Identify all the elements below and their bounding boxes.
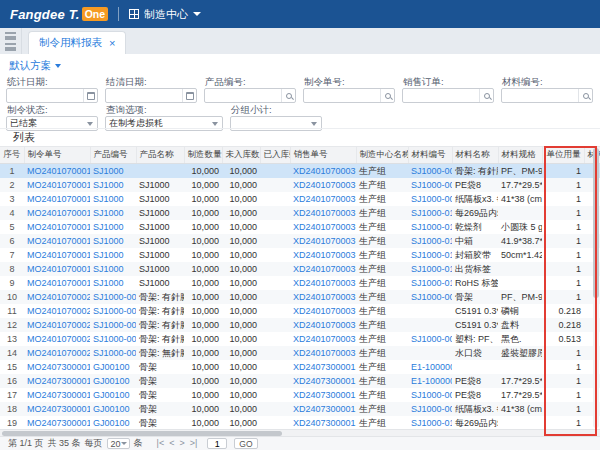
table-row[interactable]: 11MO2401070002SJ1000-001骨架: 有針腳10,00010,… (0, 304, 600, 318)
column-header[interactable]: 产品编号 (90, 147, 136, 164)
cell[interactable]: SJ1000-001 (90, 304, 136, 318)
cell[interactable]: GJ00100 (90, 416, 136, 429)
cell[interactable]: SJ1000 (90, 164, 136, 179)
calendar-icon[interactable] (83, 89, 97, 102)
cell[interactable]: SJ1000-001 (90, 318, 136, 332)
search-icon[interactable] (281, 89, 295, 102)
cell[interactable]: E1-1000000... (408, 374, 452, 388)
search-icon[interactable] (578, 89, 592, 102)
cell[interactable]: SJ1000-003 (408, 388, 452, 402)
cell[interactable]: XD2401070003 (290, 262, 356, 276)
table-row[interactable]: 4MO2401070001SJ1000SJ100010,00010,000XD2… (0, 206, 600, 220)
column-header[interactable]: 材料名称 (452, 147, 498, 164)
table-row[interactable]: 10MO2401070002SJ1000-001骨架: 有針腳10,00010,… (0, 290, 600, 304)
table-row[interactable]: 17MO2407300001GJ00100骨架10,00010,000XD240… (0, 388, 600, 402)
table-row[interactable]: 6MO2401070001SJ1000SJ100010,00010,000XD2… (0, 234, 600, 248)
cell[interactable]: MO2407300001 (24, 388, 90, 402)
cell[interactable]: SJ1000 (90, 234, 136, 248)
cell[interactable]: XD2401070003 (290, 206, 356, 220)
tab-material-report[interactable]: 制令用料报表 × (28, 31, 126, 54)
cell[interactable]: SJ1000 (90, 206, 136, 220)
module-menu[interactable]: 制造中心 (144, 7, 201, 22)
cell[interactable]: MO2407300001 (24, 360, 90, 374)
column-header[interactable]: 制造中心名称 (356, 147, 408, 164)
table-row[interactable]: 8MO2401070001SJ1000SJ100010,00010,000XD2… (0, 262, 600, 276)
cell[interactable]: XD2407300001 (290, 360, 356, 374)
cell[interactable]: SJ1000-014 (408, 262, 452, 276)
cell[interactable]: SJ1000-013 (408, 248, 452, 262)
cell[interactable]: GJ00100 (90, 360, 136, 374)
cell[interactable]: XD2401070003 (290, 220, 356, 234)
go-button[interactable]: GO (234, 438, 257, 449)
table-row[interactable]: 2MO2401070001SJ1000SJ100010,00010,000XD2… (0, 178, 600, 192)
cell[interactable]: XD2401070003 (290, 178, 356, 192)
page-number-input[interactable] (207, 438, 227, 449)
cell[interactable]: MO2401070001 (24, 220, 90, 234)
column-header[interactable]: 材料编号 (408, 147, 452, 164)
cell[interactable]: SJ1000 (90, 276, 136, 290)
table-row[interactable]: 1MO2401070001SJ100010,00010,000XD2401070… (0, 164, 600, 179)
cell[interactable]: E1-1000000... (408, 360, 452, 374)
cell[interactable]: SJ1000-001 (90, 290, 136, 304)
table-row[interactable]: 5MO2401070001SJ1000SJ100010,00010,000XD2… (0, 220, 600, 234)
cell[interactable]: SJ1000-001 (90, 332, 136, 346)
column-header[interactable]: 未入库数 (222, 147, 260, 164)
cell[interactable]: MO2401070001 (24, 206, 90, 220)
cell[interactable]: SJ1000-011 (408, 220, 452, 234)
cell[interactable]: XD2401070003 (290, 234, 356, 248)
column-header[interactable]: 产品名称 (136, 147, 184, 164)
cell[interactable]: SJ1000 (90, 262, 136, 276)
cell[interactable]: XD2401070003 (290, 346, 356, 360)
cell[interactable]: XD2401070003 (290, 276, 356, 290)
cell[interactable]: XD2407300001 (290, 402, 356, 416)
cell[interactable]: XD2401070003 (290, 332, 356, 346)
cell[interactable]: MO2407300001 (24, 374, 90, 388)
cell[interactable]: SJ1000 (90, 220, 136, 234)
calendar-icon[interactable] (182, 89, 196, 102)
table-row[interactable]: 13MO2401070002SJ1000-001骨架: 有針腳10,00010,… (0, 332, 600, 346)
cell[interactable]: SJ1000 (90, 248, 136, 262)
search-icon[interactable] (479, 89, 493, 102)
cell[interactable]: XD2401070003 (290, 164, 356, 179)
cell[interactable]: MO2401070001 (24, 234, 90, 248)
table-row[interactable]: 14MO2401070002SJ1000-002骨架: 無針腳10,00010,… (0, 346, 600, 360)
cell[interactable]: SJ1000-003 (408, 178, 452, 192)
cell[interactable]: XD2401070003 (290, 192, 356, 206)
cell[interactable]: MO2401070001 (24, 192, 90, 206)
cell[interactable]: MO2401070002 (24, 304, 90, 318)
cell[interactable]: MO2401070002 (24, 318, 90, 332)
cell[interactable]: MO2401070001 (24, 248, 90, 262)
column-header[interactable]: 序号 (0, 147, 24, 164)
next-page-icon[interactable]: > (179, 438, 184, 449)
cell[interactable]: MO2401070002 (24, 332, 90, 346)
table-row[interactable]: 18MO2407300001GJ00100骨架10,00010,000XD240… (0, 402, 600, 416)
search-icon[interactable] (380, 89, 394, 102)
vertical-scrollbar[interactable] (593, 147, 599, 428)
cell[interactable]: SJ1000-001 (408, 164, 452, 179)
apps-grid-icon[interactable] (129, 9, 139, 19)
cell[interactable]: SJ1000-002 (90, 346, 136, 360)
cell[interactable]: SJ1000-009 (408, 192, 452, 206)
column-header[interactable]: 已入库数 (260, 147, 290, 164)
cell[interactable]: MO2407300001 (24, 416, 90, 429)
cell[interactable]: GJ00100 (90, 402, 136, 416)
tab-list-icon[interactable] (5, 43, 16, 51)
cell[interactable]: XD2407300001 (290, 374, 356, 388)
cell[interactable]: SJ1000-010 (408, 206, 452, 220)
cell[interactable]: XD2407300001 (290, 416, 356, 429)
last-page-icon[interactable]: >| (190, 438, 198, 449)
cell[interactable]: SJ1000-012 (408, 234, 452, 248)
prev-page-icon[interactable]: < (169, 438, 174, 449)
cell[interactable]: SJ1000-009 (408, 402, 452, 416)
cell[interactable]: SJ1000 (90, 192, 136, 206)
table-row[interactable]: 16MO2407300001GJ00100骨架10,00010,000XD240… (0, 374, 600, 388)
horizontal-scrollbar[interactable] (0, 429, 600, 436)
per-page-select[interactable]: 20 (107, 438, 130, 449)
cell[interactable]: MO2407300001 (24, 402, 90, 416)
table-row[interactable]: 12MO2401070002SJ1000-001骨架: 有針腳10,00010,… (0, 318, 600, 332)
table-row[interactable]: 15MO2407300001GJ00100骨架10,00010,000XD240… (0, 360, 600, 374)
cell[interactable]: MO2401070001 (24, 276, 90, 290)
table-row[interactable]: 7MO2401070001SJ1000SJ100010,00010,000XD2… (0, 248, 600, 262)
cell[interactable]: GJ00100 (90, 388, 136, 402)
cell[interactable]: SJ1000-015 (408, 276, 452, 290)
